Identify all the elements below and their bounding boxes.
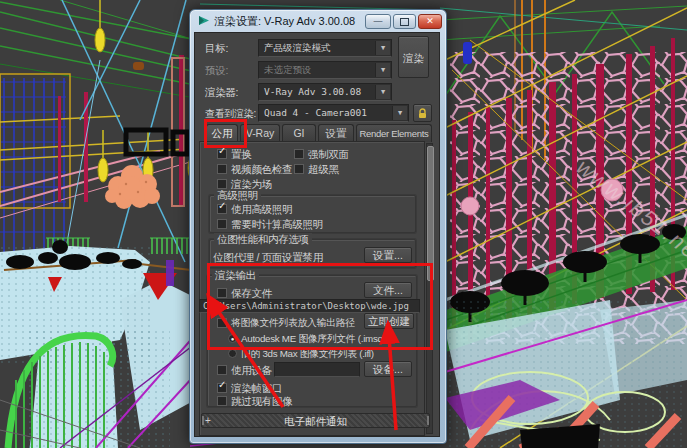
rendered-frame-window-label: 渲染帧窗口 xyxy=(231,382,282,396)
render-to-fields-checkbox[interactable] xyxy=(217,179,227,189)
compute-advanced-lighting-checkbox[interactable] xyxy=(217,219,227,229)
window-title: 渲染设置: V-Ray Adv 3.00.08 xyxy=(214,14,355,29)
preset-label: 预设: xyxy=(205,64,228,78)
check-icon: ✓ xyxy=(218,380,226,390)
preset-value: 未选定预设 xyxy=(264,64,312,75)
video-color-check-checkbox[interactable] xyxy=(217,164,227,174)
tab-settings[interactable]: 设置 xyxy=(318,124,354,142)
rollout-cap-right xyxy=(427,416,429,425)
view-to-render-value: Quad 4 - Camera001 xyxy=(264,107,367,118)
target-dropdown[interactable]: 产品级渲染模式 ▼ xyxy=(258,39,392,57)
super-black-checkbox[interactable] xyxy=(294,164,304,174)
preset-dropdown[interactable]: 未选定预设 ▼ xyxy=(258,61,392,79)
check-icon: ✓ xyxy=(218,201,226,211)
view-to-render-dropdown[interactable]: Quad 4 - Camera001 ▼ xyxy=(258,104,409,122)
compute-advanced-lighting-label: 需要时计算高级照明 xyxy=(231,218,323,232)
email-notifications-rollout[interactable]: + 电子邮件通知 xyxy=(201,413,430,428)
skip-existing-checkbox[interactable] xyxy=(217,396,227,406)
close-button[interactable]: ✕ xyxy=(418,14,442,29)
rendered-frame-window-checkbox[interactable]: ✓ xyxy=(217,383,227,393)
force-2sided-label: 强制双面 xyxy=(308,148,349,162)
device-name-field[interactable] xyxy=(274,362,360,377)
use-device-checkbox[interactable] xyxy=(217,365,227,375)
tab-render-elements[interactable]: Render Elements xyxy=(356,124,432,142)
skip-existing-label: 跳过现有图像 xyxy=(231,395,292,409)
minimize-button[interactable]: — xyxy=(365,14,391,29)
use-advanced-lighting-label: 使用高级照明 xyxy=(231,203,292,217)
bitmap-setup-button[interactable]: 设置... xyxy=(364,247,412,263)
force-2sided-checkbox[interactable] xyxy=(294,149,304,159)
maximize-button[interactable] xyxy=(393,14,416,29)
renderer-value: V-Ray Adv 3.00.08 xyxy=(264,86,361,97)
screenshot-stage: www.jb51.net 渲染设置: V-Ray Adv 3.00.08 — ✕… xyxy=(0,0,687,448)
video-color-check-label: 视频颜色检查 xyxy=(231,163,292,177)
displacement-label: 置换 xyxy=(231,148,251,162)
expand-icon[interactable]: + xyxy=(205,414,211,428)
maximize-icon xyxy=(400,18,409,26)
render-button[interactable]: 渲染 xyxy=(398,36,429,78)
lock-icon xyxy=(417,108,428,119)
devices-button[interactable]: 设备... xyxy=(364,361,412,377)
rollout-cap-left xyxy=(202,416,204,425)
use-advanced-lighting-checkbox[interactable]: ✓ xyxy=(217,204,227,214)
annotation-box-common-tab xyxy=(204,119,247,148)
legacy-ifl-radio[interactable] xyxy=(228,349,237,358)
displacement-checkbox[interactable]: ✓ xyxy=(217,149,227,159)
chairs-right xyxy=(445,300,687,448)
use-device-label: 使用设备 xyxy=(231,364,272,378)
renderer-dropdown[interactable]: V-Ray Adv 3.00.08 ▼ xyxy=(258,83,392,101)
chevron-down-icon[interactable]: ▼ xyxy=(375,85,390,99)
target-label: 目标: xyxy=(205,42,228,56)
bitmap-options-title: 位图性能和内存选项 xyxy=(214,233,312,247)
app-icon xyxy=(198,14,211,27)
chevron-down-icon[interactable]: ▼ xyxy=(375,41,390,55)
scrollbar-thumb[interactable] xyxy=(427,146,434,281)
email-notifications-title: 电子邮件通知 xyxy=(284,415,347,427)
tab-gi[interactable]: GI xyxy=(282,124,316,142)
super-black-label: 超级黑 xyxy=(308,163,339,177)
target-value: 产品级渲染模式 xyxy=(264,42,331,53)
chevron-down-icon[interactable]: ▼ xyxy=(375,63,390,77)
renderer-label: 渲染器: xyxy=(205,86,238,100)
chevron-down-icon[interactable]: ▼ xyxy=(392,106,407,120)
lock-view-button[interactable] xyxy=(413,104,432,122)
annotation-box-render-output xyxy=(207,263,433,350)
